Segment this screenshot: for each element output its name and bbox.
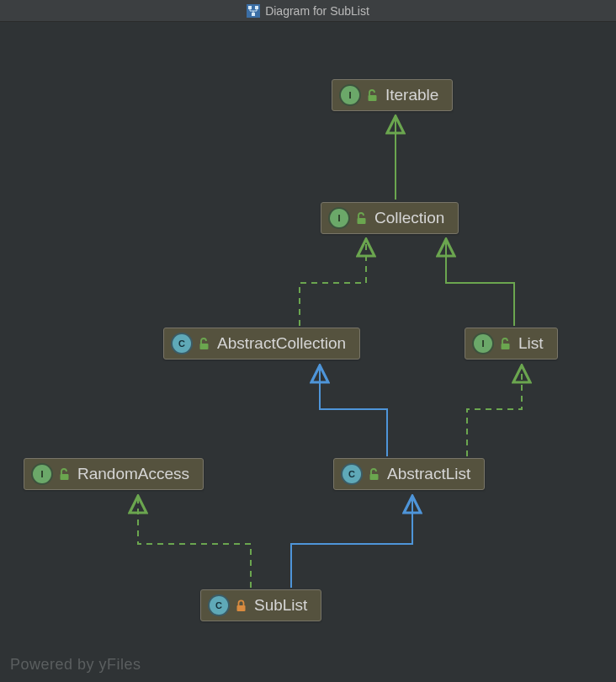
node-label: Iterable [385,86,438,104]
interface-badge-icon: I [330,209,348,227]
unlock-icon [199,338,210,350]
node-abstractcollection[interactable]: C AbstractCollection [163,328,360,360]
node-sublist[interactable]: C SubList [200,589,321,621]
node-abstractlist[interactable]: C AbstractList [333,458,485,490]
svg-rect-5 [358,218,366,224]
edge-abstractlist-abstractcollection [320,367,387,456]
unlock-icon [500,338,511,350]
node-list[interactable]: I List [465,328,558,360]
diagram-icon [247,4,260,18]
unlock-icon [59,468,70,481]
node-label: List [518,334,544,353]
class-badge-icon: C [173,334,191,353]
edge-sublist-abstractlist [291,498,412,588]
node-label: SubList [254,596,307,615]
edge-abstractcollection-collection [300,241,366,326]
svg-rect-8 [61,474,69,480]
node-label: Collection [374,209,444,227]
class-badge-icon: C [343,465,361,483]
svg-rect-1 [248,6,252,9]
interface-badge-icon: I [474,334,492,353]
attribution-text: Powered by yFiles [10,656,141,674]
window-header: Diagram for SubList [0,0,616,22]
interface-badge-icon: I [341,86,359,104]
node-iterable[interactable]: I Iterable [332,79,453,111]
edge-abstractlist-list [467,367,522,456]
diagram-canvas[interactable]: I Iterable I Collection C AbstractCollec… [0,22,616,682]
node-label: RandomAccess [77,465,189,483]
unlock-icon [367,89,378,102]
svg-rect-7 [502,344,510,349]
node-label: AbstractCollection [217,334,346,353]
edge-list-collection [446,241,514,326]
interface-badge-icon: I [33,465,51,483]
node-collection[interactable]: I Collection [321,202,459,234]
edge-sublist-randomaccess [138,498,251,588]
unlock-icon [356,212,367,225]
unlock-icon [369,468,380,481]
node-randomaccess[interactable]: I RandomAccess [24,458,204,490]
svg-rect-4 [369,95,377,101]
svg-rect-9 [370,474,379,480]
window-title: Diagram for SubList [265,4,369,18]
svg-rect-2 [255,6,258,9]
class-badge-icon: C [210,596,228,615]
node-label: AbstractList [387,465,470,483]
svg-rect-10 [237,605,246,611]
svg-rect-3 [252,13,255,16]
lock-icon [236,599,247,612]
svg-rect-6 [200,344,209,349]
